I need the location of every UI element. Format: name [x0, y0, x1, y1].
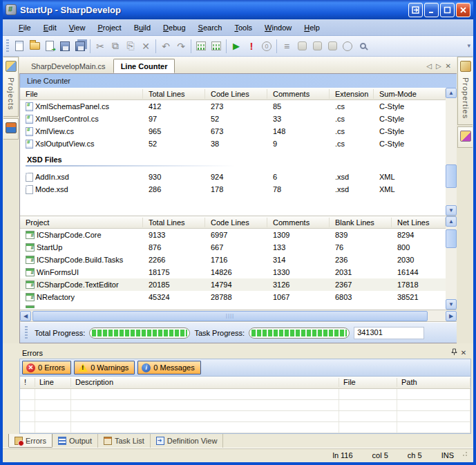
column-header-net-lines[interactable]: Net Lines [392, 218, 446, 227]
maximize-button[interactable] [440, 3, 455, 17]
copy-icon[interactable]: ⧉ [108, 39, 123, 54]
toolbar-overflow-icon[interactable]: ▾ [467, 44, 470, 48]
table-row[interactable] [20, 303, 446, 308]
table-row[interactable]: XmlView.cs965673148.csC-Style [20, 125, 446, 137]
cut-icon[interactable]: ✂ [93, 39, 108, 54]
close-button[interactable] [456, 3, 470, 17]
uncomment-region-icon[interactable] [209, 39, 224, 54]
close-panel-icon[interactable]: ✕ [459, 349, 468, 357]
column-header-comments[interactable]: Comments [267, 218, 330, 227]
abort-icon[interactable] [340, 39, 355, 54]
sidebar-tab-properties[interactable]: Properties [457, 57, 473, 125]
bottom-tab-output[interactable]: Output [53, 434, 98, 448]
delete-icon[interactable]: ✕ [138, 39, 153, 54]
menu-item-window[interactable]: Window [258, 21, 298, 34]
menu-item-help[interactable]: Help [298, 21, 326, 34]
document-tab-line-counter[interactable]: Line Counter [113, 59, 175, 73]
pin-icon[interactable] [449, 348, 459, 357]
new-file-icon[interactable] [12, 39, 27, 54]
bottom-tab-errors[interactable]: Errors [8, 434, 53, 448]
table-row[interactable]: XmlSchemasPanel.cs41227385.csC-Style [20, 100, 446, 113]
column-header-code-lines[interactable]: Code Lines [205, 218, 267, 227]
tab-close-icon[interactable]: ✕ [446, 62, 451, 70]
table-row[interactable]: ICSharpCode.Core9133699713098398294 [20, 229, 446, 241]
list-icon[interactable]: ≡ [279, 39, 294, 54]
errors-column-header--[interactable]: ! [20, 378, 35, 387]
sidebar-tab-tools[interactable] [457, 126, 473, 148]
scroll-down-icon[interactable]: ▼ [446, 299, 457, 310]
table-row[interactable]: ICSharpCode.TextEditor201851479431262367… [20, 278, 446, 291]
table-row[interactable]: NRefactory45324287881067680338521 [20, 291, 446, 303]
column-header-sum-mode[interactable]: Sum-Mode [374, 89, 446, 99]
scroll-down-icon[interactable]: ▼ [446, 205, 457, 216]
column-header-project[interactable]: Project [20, 218, 143, 227]
sidebar-tab-classes[interactable] [3, 118, 19, 140]
projects-list-scrollbar[interactable]: ▲ ▼ [446, 216, 457, 310]
build-icon[interactable]: ! [244, 39, 259, 54]
table-row[interactable]: AddIn.xsd9309246.xsdXML [20, 171, 446, 183]
cell [397, 400, 470, 410]
menu-item-build[interactable]: Build [128, 21, 157, 34]
table-row[interactable]: StartUp87666713376800 [20, 241, 446, 254]
menu-item-view[interactable]: View [63, 21, 92, 34]
column-header-total-lines[interactable]: Total Lines [143, 89, 205, 99]
table-row[interactable]: XslOutputView.cs52389.csC-Style [20, 137, 446, 150]
tab-scroll-left-icon[interactable]: ◁ [426, 62, 432, 70]
errors-filter-button-0-messages[interactable]: i0 Messages [137, 361, 200, 374]
scroll-up-icon[interactable]: ▲ [446, 216, 457, 227]
files-list-scrollbar[interactable]: ▲ ▼ [446, 88, 457, 216]
save-icon[interactable] [57, 39, 73, 54]
errors-filter-button-0-warnings[interactable]: 0 Warnings [74, 361, 135, 374]
save-all-icon[interactable] [73, 39, 88, 54]
undo-icon[interactable]: ↶ [158, 39, 173, 54]
errors-column-header-file[interactable]: File [339, 378, 397, 387]
open-with-icon[interactable] [42, 39, 57, 54]
errors-column-header-description[interactable]: Description [71, 378, 339, 387]
column-header-extension[interactable]: Extension [330, 89, 374, 99]
errors-column-header-path[interactable]: Path [397, 378, 470, 387]
cell: 236 [330, 256, 392, 264]
menu-item-tools[interactable]: Tools [228, 21, 258, 34]
column-header-total-lines[interactable]: Total Lines [143, 218, 205, 227]
horizontal-scroll-thumb[interactable] [32, 311, 428, 321]
bottom-tab-definition-view[interactable]: Definition View [151, 434, 224, 448]
sidebar-tab-projects[interactable]: Projects [3, 57, 19, 117]
scroll-up-icon[interactable]: ▲ [446, 88, 457, 98]
errors-column-header-line[interactable]: Line [35, 378, 71, 387]
resize-grip[interactable] [462, 450, 469, 457]
minimize-button[interactable] [424, 3, 439, 17]
errors-filter-button-0-errors[interactable]: ✕0 Errors [22, 361, 71, 374]
profile-icon[interactable]: 0 [259, 39, 274, 54]
document-tab-sharpdevelopmain-cs[interactable]: SharpDevelopMain.cs [23, 59, 113, 73]
build-solution-icon[interactable] [325, 39, 340, 54]
bottom-tab-task-list[interactable]: Task List [98, 434, 151, 448]
build-project-icon[interactable] [310, 39, 325, 54]
menu-item-edit[interactable]: Edit [37, 21, 63, 34]
column-header-blank-lines[interactable]: Blank Lines [330, 218, 392, 227]
table-row[interactable]: Mode.xsd28617878.xsdXML [20, 183, 446, 196]
column-header-code-lines[interactable]: Code Lines [205, 89, 267, 99]
table-row[interactable]: XmlUserControl.cs975233.csC-Style [20, 113, 446, 125]
redo-icon[interactable]: ↷ [173, 39, 189, 54]
column-header-file[interactable]: File [20, 89, 143, 99]
toggle-icon[interactable] [294, 39, 310, 54]
table-row[interactable]: WinFormsUI18175148261330203116144 [20, 266, 446, 278]
paste-icon[interactable]: ⎘ [123, 39, 138, 54]
run-icon[interactable]: ▶ [229, 39, 244, 54]
menu-item-file[interactable]: File [12, 21, 37, 34]
scroll-left-icon[interactable]: ◀ [20, 311, 31, 321]
menu-item-project[interactable]: Project [91, 21, 127, 34]
open-file-icon[interactable] [27, 39, 42, 54]
menu-item-debug[interactable]: Debug [157, 21, 191, 34]
search-icon[interactable] [355, 39, 370, 54]
horizontal-scrollbar[interactable]: ◀ ▶ [20, 310, 457, 322]
column-header-comments[interactable]: Comments [267, 89, 330, 99]
toolbar-grip[interactable] [6, 39, 9, 53]
comment-region-icon[interactable] [193, 39, 209, 54]
window-menu-button[interactable] [408, 3, 423, 17]
scroll-right-icon[interactable]: ▶ [446, 311, 457, 321]
table-row[interactable]: ICSharpCode.Build.Tasks22661716314236203… [20, 254, 446, 266]
menu-item-search[interactable]: Search [192, 21, 229, 34]
progress-toolbar-grip[interactable] [25, 326, 28, 340]
tab-scroll-right-icon[interactable]: ▷ [436, 62, 441, 70]
